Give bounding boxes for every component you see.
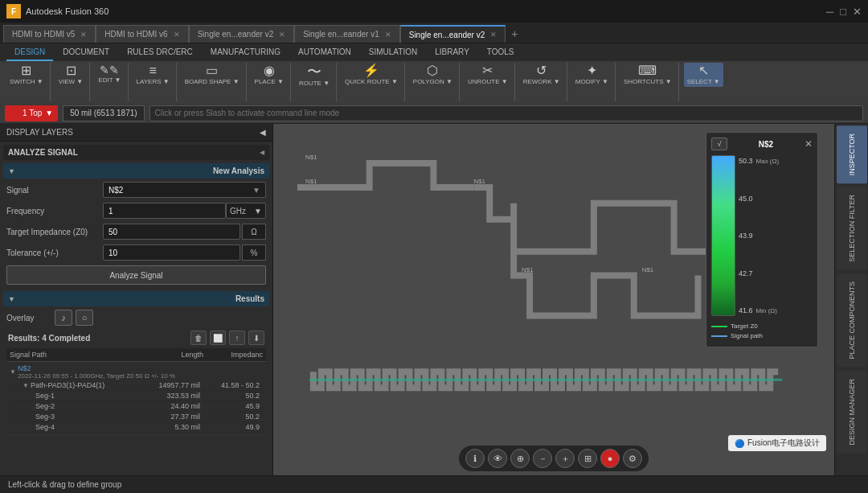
- tab-2[interactable]: Single en...eander v2 ✕: [189, 25, 295, 43]
- new-tab-btn[interactable]: +: [506, 25, 523, 43]
- maximize-btn[interactable]: □: [840, 6, 846, 18]
- result-ns2-main[interactable]: ▼ N$2 2022-11-26 09:55 - 1.000GHz, Targe…: [10, 364, 263, 380]
- layer-dropdown-icon: ▼: [45, 109, 53, 117]
- download-result-btn[interactable]: ⬇: [248, 331, 264, 345]
- pcb-canvas-area[interactable]: N$1 N$1 N$1 N$1 N$1 N$1 √ N$2 ✕ 50.3: [273, 124, 834, 475]
- tolerance-row: Tolerance (+/-) 10 %: [3, 244, 269, 261]
- sub-seg1[interactable]: Seg-1 323.53 mil 50.2: [10, 391, 263, 401]
- new-analysis-title: New Analysis: [213, 166, 264, 175]
- label-42-7: 42.7: [739, 269, 779, 277]
- design-manager-tab[interactable]: DESIGN MANAGER: [837, 371, 867, 454]
- new-analysis-header[interactable]: ▼ New Analysis: [3, 163, 269, 179]
- tab-label-3: Single en...eander v1: [303, 30, 379, 39]
- nav-tab-rules[interactable]: RULES DRC/ERC: [119, 43, 201, 61]
- switch-tool[interactable]: ⊞ SWITCH ▼: [6, 63, 47, 87]
- place-components-tab[interactable]: PLACE COMPONENTS: [837, 273, 867, 368]
- tab-1[interactable]: HDMI to HDMI v6 ✕: [96, 25, 188, 43]
- overlay-label: Overlay: [6, 314, 55, 323]
- signal-value: N$2: [108, 186, 123, 195]
- route-tool[interactable]: 〜 ROUTE ▼: [296, 63, 333, 88]
- tab-close-0[interactable]: ✕: [80, 31, 87, 39]
- nav-tab-design[interactable]: DESIGN: [6, 43, 53, 61]
- chart-title: N$2: [759, 140, 773, 149]
- layers-tool[interactable]: ≡ LAYERS ▼: [133, 63, 173, 87]
- chart-close-btn[interactable]: ✕: [805, 138, 813, 150]
- tool-group-select: ↖ SELECT ▼: [681, 63, 727, 101]
- command-input[interactable]: [149, 105, 863, 121]
- overlay-circle-btn[interactable]: ○: [76, 310, 93, 326]
- impedance-bar: [711, 155, 735, 316]
- overlay-chart-btn[interactable]: ♪: [55, 310, 72, 326]
- analyze-signal-btn[interactable]: Analyze Signal: [6, 265, 266, 285]
- shortcuts-tool[interactable]: ⌨ SHORTCUTS ▼: [620, 63, 675, 87]
- signal-input[interactable]: N$2 ▼: [103, 182, 266, 198]
- nav-tabs: DESIGN DOCUMENT RULES DRC/ERC MANUFACTUR…: [0, 43, 868, 61]
- nav-tab-library[interactable]: LIBRARY: [427, 43, 477, 61]
- grid-btn[interactable]: ⊞: [578, 449, 597, 468]
- legend-color-signal: [711, 335, 727, 337]
- unit-dropdown-icon: ▼: [254, 207, 262, 216]
- rework-tool[interactable]: ↺ REWORK ▼: [520, 63, 563, 87]
- view-tool[interactable]: ⊡ VIEW ▼: [55, 63, 87, 87]
- modify-tool[interactable]: ✦ MODIFY ▼: [572, 63, 612, 87]
- tab-4[interactable]: Single en...eander v2 ✕: [400, 25, 506, 43]
- status-message: Left-click & drag to define group: [8, 480, 121, 489]
- seg1-name: Seg-1: [35, 392, 131, 400]
- results-count: Results: 4 Completed: [8, 334, 90, 343]
- settings-btn[interactable]: ⚙: [623, 449, 642, 468]
- inspector-tab[interactable]: INSPECTOR: [837, 125, 867, 183]
- sub-path[interactable]: ▼ Path-PAD3(1)-PAD4(1) 14957.77 mil 41.5…: [10, 380, 263, 391]
- layer-toggle-btn[interactable]: ●: [600, 449, 620, 468]
- edit-tool[interactable]: ✎✎ EDIT ▼: [95, 63, 124, 85]
- info-btn[interactable]: ℹ: [465, 449, 485, 468]
- left-panel: DISPLAY LAYERS ◀ ANALYZE SIGNAL ◀ ▼ New …: [0, 124, 273, 475]
- modify-icon: ✦: [587, 64, 597, 77]
- quick-route-tool[interactable]: ⚡ QUICK ROUTE ▼: [342, 63, 401, 87]
- nav-tab-automation[interactable]: AUTOMATION: [290, 43, 359, 61]
- tab-0[interactable]: HDMI to HDMI v5 ✕: [3, 25, 96, 43]
- frequency-unit-select[interactable]: GHz ▼: [226, 203, 266, 219]
- layer-selector[interactable]: 1 Top ▼: [5, 105, 58, 121]
- polygon-tool[interactable]: ⬡ POLYGON ▼: [410, 63, 456, 87]
- tab-3[interactable]: Single en...eander v1 ✕: [294, 25, 400, 43]
- tab-close-1[interactable]: ✕: [174, 31, 180, 39]
- zoom-out-btn[interactable]: －: [533, 449, 552, 468]
- tab-close-4[interactable]: ✕: [490, 31, 497, 39]
- copy-result-btn[interactable]: ⬜: [210, 331, 226, 345]
- nav-tab-tools[interactable]: TOOLS: [479, 43, 522, 61]
- tool-group-quick-route: ⚡ QUICK ROUTE ▼: [338, 63, 405, 101]
- chart-legend: Target Z0 Signal path: [711, 323, 813, 339]
- legend-target-z0: Target Z0: [711, 323, 813, 330]
- results-header[interactable]: ▼ Results: [3, 291, 269, 306]
- minimize-btn[interactable]: ─: [826, 6, 833, 18]
- nav-tab-simulation[interactable]: SIMULATION: [361, 43, 425, 61]
- nav-tab-manufacturing[interactable]: MANUFACTURING: [203, 43, 289, 61]
- sub-seg2[interactable]: Seg-2 24.40 mil 45.9: [10, 401, 263, 412]
- select-tool[interactable]: ↖ SELECT ▼: [684, 63, 723, 87]
- frequency-input[interactable]: 1: [103, 203, 226, 219]
- tolerance-input[interactable]: 10: [103, 244, 240, 261]
- tool-group-polygon: ⬡ POLYGON ▼: [407, 63, 460, 101]
- place-tool[interactable]: ◉ PLACE ▼: [252, 63, 287, 87]
- close-btn[interactable]: ✕: [853, 6, 862, 18]
- export-result-btn[interactable]: ↑: [229, 331, 245, 345]
- unroute-tool[interactable]: ✂ UNROUTE ▼: [465, 63, 511, 87]
- eye-btn[interactable]: 👁: [488, 449, 507, 468]
- analyze-signal-header[interactable]: ANALYZE SIGNAL ◀: [3, 145, 269, 160]
- selection-filter-tab[interactable]: SELECTION FILTER: [837, 187, 867, 270]
- seg2-length: 24.40 mil: [131, 402, 203, 410]
- target-z-input[interactable]: 50: [103, 224, 240, 240]
- sub-seg3[interactable]: Seg-3 27.37 mil 50.2: [10, 412, 263, 422]
- tab-close-2[interactable]: ✕: [279, 31, 285, 39]
- ns2-name: N$2: [18, 364, 263, 372]
- sub-seg4[interactable]: Seg-4 5.30 mil 49.9: [10, 422, 263, 433]
- nav-tab-document[interactable]: DOCUMENT: [55, 43, 117, 61]
- zoom-fit-btn[interactable]: ⊕: [510, 449, 530, 468]
- collapse-icon[interactable]: ◀: [260, 128, 266, 137]
- zoom-in-btn[interactable]: ＋: [555, 449, 575, 468]
- window-controls[interactable]: ─ □ ✕: [826, 6, 862, 18]
- delete-result-btn[interactable]: 🗑: [190, 331, 207, 345]
- board-shape-tool[interactable]: ▭ BOARD SHAPE ▼: [182, 63, 243, 87]
- view-icon: ⊡: [66, 64, 76, 77]
- tab-close-3[interactable]: ✕: [385, 31, 391, 39]
